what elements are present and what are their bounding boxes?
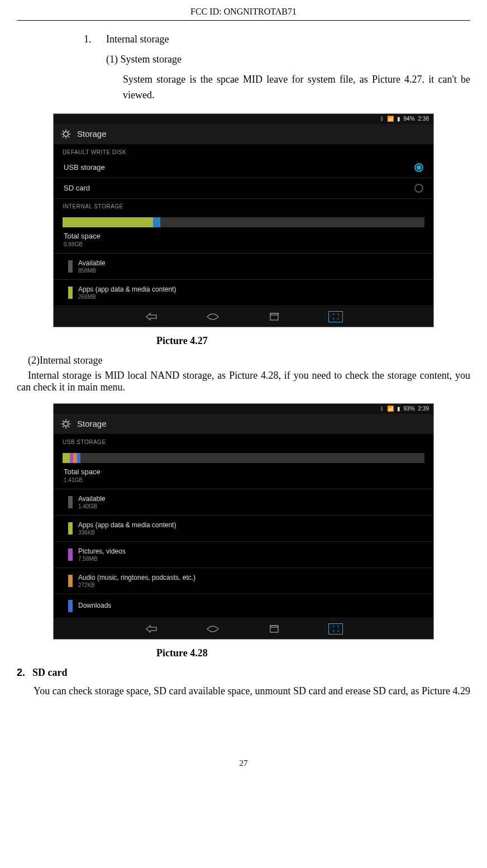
legend-swatch (68, 522, 73, 535)
legend-title: Available (78, 495, 105, 503)
status-bar: ᛒ 📶 ▮ 94% 2:38 (54, 114, 433, 124)
list-number-1: 1. (17, 32, 106, 47)
legend-subtitle: 858MB (78, 268, 105, 274)
legend-title: Apps (app data & media content) (78, 285, 176, 293)
recent-icon[interactable] (263, 313, 285, 321)
screen-title: Storage (77, 129, 107, 139)
legend-subtitle: 268MB (78, 294, 176, 300)
legend-title: Pictures, videos (78, 547, 126, 555)
option-sd-card[interactable]: SD card (54, 178, 433, 199)
total-space-row[interactable]: Total space 0.98GB (54, 227, 433, 254)
screenshot-4-27: ᛒ 📶 ▮ 94% 2:38 Storage DEFAULT WRITE DIS… (53, 113, 434, 327)
storage-legend-row[interactable]: Audio (music, ringtones, podcasts, etc.)… (54, 568, 433, 594)
section-default-write-disk: DEFAULT WRITE DISK (54, 145, 433, 158)
total-space-label: Total space (64, 232, 423, 240)
legend-swatch (68, 600, 73, 612)
bar-segment (63, 217, 153, 227)
svg-rect-2 (270, 313, 278, 315)
battery-icon: ▮ (397, 406, 400, 412)
storage-legend-row[interactable]: Pictures, videos7.58MB (54, 542, 433, 568)
home-icon[interactable] (202, 625, 224, 633)
legend-subtitle: 7.58MB (78, 556, 126, 562)
total-space-value: 0.98GB (64, 241, 423, 247)
status-bar: ᛒ 📶 ▮ 93% 2:39 (54, 404, 433, 414)
screen-title: Storage (77, 419, 107, 428)
storage-legend-row[interactable]: Downloads (54, 594, 433, 618)
legend-swatch (68, 549, 73, 561)
bar-segment (80, 453, 424, 463)
recent-icon[interactable] (263, 625, 285, 633)
status-time: 2:38 (418, 116, 429, 122)
back-icon[interactable] (140, 625, 163, 633)
svg-point-0 (64, 131, 68, 136)
radio-on-icon[interactable] (414, 163, 423, 172)
total-space-value: 1.41GB (64, 477, 423, 483)
legend-title: Downloads (78, 602, 111, 609)
svg-point-3 (64, 421, 68, 426)
storage-legend-row[interactable]: Apps (app data & media content)268MB (54, 280, 433, 306)
battery-percent: 93% (404, 406, 415, 412)
legend-swatch (68, 575, 73, 587)
gear-icon (60, 128, 71, 140)
legend-swatch (68, 287, 73, 299)
storage-legend-row[interactable]: Apps (app data & media content)336KB (54, 516, 433, 542)
system-storage-paragraph: System storage is the spcae MID leave fo… (17, 72, 470, 103)
fcc-header: FCC ID: ONGNITROTAB71 (17, 7, 470, 21)
section-internal-storage: INTERNAL STORAGE (54, 199, 433, 212)
bar-segment (63, 453, 70, 463)
bluetooth-icon: ᛒ (380, 116, 384, 122)
legend-title: Available (78, 259, 105, 267)
radio-off-icon[interactable] (414, 184, 423, 193)
legend-swatch (68, 260, 73, 273)
storage-legend-row[interactable]: Available1.40GB (54, 489, 433, 516)
total-space-label: Total space (64, 468, 423, 476)
option-sd-label: SD card (64, 184, 90, 192)
screenshot-4-28: ᛒ 📶 ▮ 93% 2:39 Storage USB STORAGE Total… (53, 403, 434, 640)
nav-bar: ⛶ (54, 306, 433, 327)
gear-icon (60, 418, 71, 430)
legend-subtitle: 1.40GB (78, 503, 105, 509)
total-space-row[interactable]: Total space 1.41GB (54, 463, 433, 489)
sub-item-internal-storage: (2)Internal storage (28, 355, 470, 366)
caption-4-27: Picture 4.27 (17, 335, 470, 347)
signal-icon: 📶 (387, 406, 394, 412)
screenshot-icon[interactable]: ⛶ (324, 623, 347, 635)
battery-icon: ▮ (397, 116, 400, 122)
legend-subtitle: 272KB (78, 582, 195, 588)
title-bar[interactable]: Storage (54, 414, 433, 435)
storage-usage-bar (63, 217, 424, 227)
section-usb-storage: USB STORAGE (54, 435, 433, 447)
internal-storage-paragraph: Internal storage is MID local NAND stora… (17, 370, 470, 393)
svg-rect-4 (270, 626, 278, 632)
option-usb-label: USB storage (64, 163, 105, 171)
storage-legend-row[interactable]: Available858MB (54, 254, 433, 280)
list-item-sd-card: SD card (32, 667, 68, 679)
caption-4-28: Picture 4.28 (17, 647, 470, 659)
legend-swatch (68, 496, 73, 508)
sub-item-system-storage: (1) System storage (17, 52, 470, 68)
nav-bar: ⛶ (54, 618, 433, 639)
legend-title: Audio (music, ringtones, podcasts, etc.) (78, 574, 195, 581)
svg-rect-5 (270, 626, 278, 627)
bar-segment (153, 217, 160, 227)
option-usb-storage[interactable]: USB storage (54, 158, 433, 178)
title-bar[interactable]: Storage (54, 124, 433, 145)
list-item-internal-storage: Internal storage (106, 32, 470, 47)
battery-percent: 94% (404, 116, 415, 122)
page-number: 27 (17, 759, 470, 768)
bluetooth-icon: ᛒ (380, 406, 384, 412)
home-icon[interactable] (202, 313, 224, 321)
signal-icon: 📶 (387, 116, 394, 122)
status-time: 2:39 (418, 406, 429, 412)
sd-card-paragraph: You can check storage space, SD card ava… (34, 685, 470, 697)
screenshot-icon[interactable]: ⛶ (324, 311, 347, 322)
legend-title: Apps (app data & media content) (78, 521, 176, 529)
storage-usage-bar (63, 453, 424, 463)
bar-segment (160, 217, 424, 227)
legend-subtitle: 336KB (78, 530, 176, 536)
svg-rect-1 (270, 313, 278, 320)
list-number-2: 2. (17, 667, 32, 679)
back-icon[interactable] (140, 313, 163, 321)
